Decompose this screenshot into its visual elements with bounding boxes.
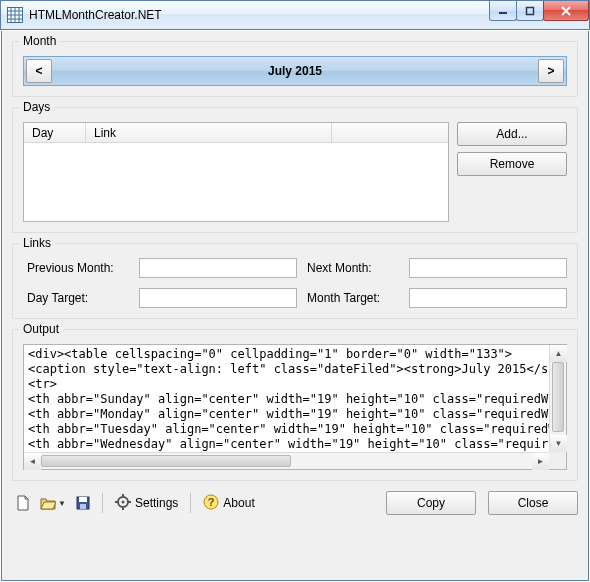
remove-button[interactable]: Remove bbox=[457, 152, 567, 176]
close-button[interactable]: Close bbox=[488, 491, 578, 515]
title-bar: HTMLMonthCreator.NET bbox=[0, 0, 590, 30]
chevron-right-icon: > bbox=[547, 64, 554, 78]
vertical-scroll-track[interactable] bbox=[550, 362, 566, 435]
scroll-down-icon[interactable]: ▼ bbox=[550, 435, 567, 452]
vertical-scroll-thumb[interactable] bbox=[552, 362, 564, 432]
links-group: Links Previous Month: Next Month: Day Ta… bbox=[12, 243, 578, 319]
about-button[interactable]: ? About bbox=[199, 492, 258, 515]
next-month-input[interactable] bbox=[409, 258, 567, 278]
scroll-right-icon[interactable]: ► bbox=[532, 453, 549, 470]
output-textarea[interactable]: <div><table cellspacing="0" cellpadding=… bbox=[23, 344, 567, 470]
gear-icon bbox=[115, 494, 131, 513]
days-group-label: Days bbox=[19, 100, 54, 114]
chevron-left-icon: < bbox=[35, 64, 42, 78]
output-text-content: <div><table cellspacing="0" cellpadding=… bbox=[24, 345, 566, 469]
maximize-button[interactable] bbox=[516, 1, 544, 21]
output-group-label: Output bbox=[19, 322, 63, 336]
about-label: About bbox=[223, 496, 254, 510]
new-file-button[interactable] bbox=[12, 492, 34, 514]
listview-header: Day Link bbox=[24, 123, 448, 143]
next-month-label: Next Month: bbox=[303, 261, 403, 275]
month-group: Month < July 2015 > bbox=[12, 41, 578, 97]
svg-rect-8 bbox=[527, 7, 534, 14]
output-group: Output <div><table cellspacing="0" cellp… bbox=[12, 329, 578, 481]
help-icon: ? bbox=[203, 494, 219, 513]
window-buttons bbox=[490, 1, 589, 21]
add-button[interactable]: Add... bbox=[457, 122, 567, 146]
svg-point-15 bbox=[122, 500, 125, 503]
scroll-up-icon[interactable]: ▲ bbox=[550, 345, 567, 362]
horizontal-scroll-thumb[interactable] bbox=[41, 455, 291, 467]
current-month-label: July 2015 bbox=[52, 64, 538, 78]
svg-rect-12 bbox=[79, 497, 87, 502]
month-nav-row: < July 2015 > bbox=[23, 56, 567, 86]
window-title: HTMLMonthCreator.NET bbox=[29, 8, 162, 22]
column-link[interactable]: Link bbox=[86, 123, 332, 142]
prev-month-button[interactable]: < bbox=[26, 59, 52, 83]
close-window-button[interactable] bbox=[543, 1, 589, 21]
vertical-scrollbar[interactable]: ▲ ▼ bbox=[549, 345, 566, 452]
prev-month-label: Previous Month: bbox=[23, 261, 133, 275]
column-blank bbox=[332, 123, 448, 142]
toolbar-separator bbox=[102, 493, 103, 513]
links-group-label: Links bbox=[19, 236, 55, 250]
minimize-button[interactable] bbox=[489, 1, 517, 21]
horizontal-scroll-track[interactable] bbox=[41, 453, 532, 469]
days-listview[interactable]: Day Link bbox=[23, 122, 449, 222]
client-area: Month < July 2015 > Days Day Link Add... bbox=[1, 31, 589, 581]
toolbar-separator bbox=[190, 493, 191, 513]
dropdown-arrow-icon: ▼ bbox=[58, 499, 66, 508]
month-group-label: Month bbox=[19, 34, 60, 48]
settings-button[interactable]: Settings bbox=[111, 492, 182, 515]
prev-month-input[interactable] bbox=[139, 258, 297, 278]
open-file-button[interactable]: ▼ bbox=[38, 492, 68, 514]
month-target-input[interactable] bbox=[409, 288, 567, 308]
app-icon bbox=[7, 7, 23, 23]
next-month-button[interactable]: > bbox=[538, 59, 564, 83]
month-target-label: Month Target: bbox=[303, 291, 403, 305]
svg-text:?: ? bbox=[208, 496, 215, 508]
bottom-toolbar: ▼ Settings ? About Copy Close bbox=[12, 491, 578, 515]
day-target-input[interactable] bbox=[139, 288, 297, 308]
days-group: Days Day Link Add... Remove bbox=[12, 107, 578, 233]
settings-label: Settings bbox=[135, 496, 178, 510]
svg-rect-13 bbox=[80, 504, 86, 509]
scroll-left-icon[interactable]: ◄ bbox=[24, 453, 41, 470]
day-target-label: Day Target: bbox=[23, 291, 133, 305]
save-file-button[interactable] bbox=[72, 492, 94, 514]
column-day[interactable]: Day bbox=[24, 123, 86, 142]
scroll-corner bbox=[549, 452, 566, 469]
copy-button[interactable]: Copy bbox=[386, 491, 476, 515]
horizontal-scrollbar[interactable]: ◄ ► bbox=[24, 452, 549, 469]
